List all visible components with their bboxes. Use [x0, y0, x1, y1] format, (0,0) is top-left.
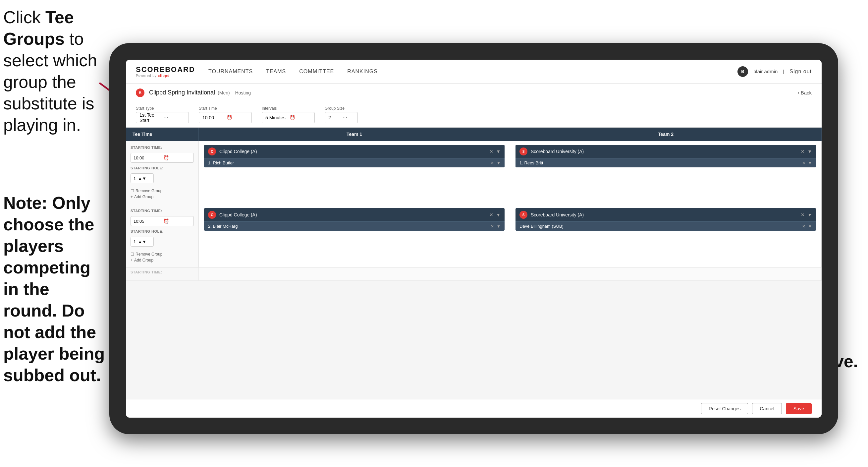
player-name-0-0: 1. Rich Butler [208, 160, 487, 166]
intervals-input[interactable]: 5 Minutes ⏰ [262, 112, 315, 123]
player2-actions-0-0: ✕ ▼ [802, 161, 812, 166]
time-clock-icon-0: ⏰ [163, 155, 191, 160]
team2-header-1: S Scoreboard University (A) ✕ ▼ [516, 208, 816, 222]
tournament-badge: (Men) [218, 90, 230, 95]
intervals-group: Intervals 5 Minutes ⏰ [262, 106, 315, 123]
col-team2: Team 2 [510, 127, 822, 141]
player2-row-0-0: 1. Rees Britt ✕ ▼ [516, 158, 816, 167]
player2-row-1-0: Dave Billingham (SUB) ✕ ▼ [516, 222, 816, 231]
starting-hole-input-1[interactable]: 1 ▲▼ [130, 237, 154, 246]
add-icon-0: + [130, 195, 133, 199]
start-type-group: Start Type 1st Tee Start ▲▼ [136, 106, 189, 123]
team2-close-icon-1[interactable]: ✕ [801, 212, 805, 217]
starting-hole-label-0: STARTING HOLE: [130, 166, 194, 170]
tournament-title: Clippd Spring Invitational [149, 89, 215, 96]
player2-chevron-icon-0-0[interactable]: ▼ [808, 161, 812, 166]
sign-out-link[interactable]: Sign out [789, 68, 812, 75]
remove-group-btn-1[interactable]: ☐ Remove Group [130, 252, 194, 257]
player2-close-icon-1-0[interactable]: ✕ [802, 224, 805, 229]
start-time-group: Start Time 10:00 ⏰ [199, 106, 252, 123]
start-time-input[interactable]: 10:00 ⏰ [199, 112, 252, 123]
user-name: blair admin [753, 68, 778, 74]
team2-col-1: S Scoreboard University (A) ✕ ▼ Dave Bil… [510, 204, 822, 267]
navbar: SCOREBOARD Powered by clippd TOURNAMENTS… [126, 60, 822, 84]
nav-tournaments[interactable]: TOURNAMENTS [208, 68, 253, 75]
player2-close-icon-0-0[interactable]: ✕ [802, 161, 805, 166]
remove-icon-0: ☐ [130, 188, 134, 193]
team1-col-partial [199, 267, 510, 281]
player-close-icon-0-0[interactable]: ✕ [491, 161, 494, 166]
back-button[interactable]: ‹ Back [798, 90, 812, 95]
table-header: Tee Time Team 1 Team 2 [126, 127, 822, 141]
player-close-icon-1-0[interactable]: ✕ [491, 224, 494, 229]
tee-actions-0: ☐ Remove Group + Add Group [130, 188, 194, 199]
starting-time-input-1[interactable]: 10:05 ⏰ [130, 216, 194, 226]
player-chevron-icon-0-0[interactable]: ▼ [497, 161, 501, 166]
team2-card-0: S Scoreboard University (A) ✕ ▼ 1. Rees … [516, 145, 816, 167]
remove-group-btn-0[interactable]: ☐ Remove Group [130, 188, 194, 193]
logo-powered: Powered by clippd [136, 74, 195, 78]
team1-chevron-icon-0[interactable]: ▼ [496, 149, 501, 154]
tee-groups-bold: Tee Groups [3, 8, 74, 49]
player-chevron-icon-1-0[interactable]: ▼ [497, 224, 501, 229]
group-size-group: Group Size 2 ▲▼ [325, 106, 358, 123]
team1-close-icon-1[interactable]: ✕ [489, 212, 493, 217]
hole-chevrons-1: ▲▼ [138, 239, 147, 244]
tablet-screen: SCOREBOARD Powered by clippd TOURNAMENTS… [126, 60, 822, 418]
tee-actions-1: ☐ Remove Group + Add Group [130, 252, 194, 263]
clock-icon: ⏰ [227, 115, 248, 120]
team1-card-1: C Clippd College (A) ✕ ▼ 2. Blair McHarg [204, 208, 504, 231]
start-type-input[interactable]: 1st Tee Start ▲▼ [136, 112, 189, 123]
tee-left-1: STARTING TIME: 10:05 ⏰ STARTING HOLE: 1 … [126, 204, 199, 267]
intervals-label: Intervals [262, 106, 315, 111]
cancel-button[interactable]: Cancel [752, 403, 782, 414]
team2-chevron-icon-1[interactable]: ▼ [807, 212, 812, 217]
nav-links: TOURNAMENTS TEAMS COMMITTEE RANKINGS [208, 68, 738, 75]
table-row-partial: STARTING TIME: [126, 267, 822, 281]
player-row-0-0: 1. Rich Butler ✕ ▼ [204, 158, 504, 167]
team1-close-icon-0[interactable]: ✕ [489, 149, 493, 154]
team1-header-1: C Clippd College (A) ✕ ▼ [204, 208, 504, 222]
nav-rankings[interactable]: RANKINGS [347, 68, 378, 75]
starting-hole-input-0[interactable]: 1 ▲▼ [130, 173, 154, 183]
hosting-label: Hosting [235, 90, 251, 95]
nav-separator: | [783, 68, 784, 74]
team2-name-1: Scoreboard University (A) [531, 212, 798, 217]
team2-header-0: S Scoreboard University (A) ✕ ▼ [516, 145, 816, 158]
team2-col-partial [510, 267, 822, 281]
time-clock-icon-1: ⏰ [163, 218, 191, 224]
team2-actions-0: ✕ ▼ [801, 149, 812, 154]
nav-teams[interactable]: TEAMS [266, 68, 286, 75]
starting-hole-label-1: STARTING HOLE: [130, 229, 194, 233]
starting-time-input-0[interactable]: 10:00 ⏰ [130, 153, 194, 163]
tee-left-0: STARTING TIME: 10:00 ⏰ STARTING HOLE: 1 … [126, 141, 199, 204]
instruction-top: Click Tee Groups to select which group t… [3, 7, 106, 136]
logo-block: SCOREBOARD Powered by clippd [136, 65, 195, 78]
instruction-bottom: Note: Only choose the players competing … [3, 192, 106, 386]
team1-col-0: C Clippd College (A) ✕ ▼ 1. Rich Butler [199, 141, 510, 204]
save-button[interactable]: Save [786, 403, 812, 414]
start-type-label: Start Type [136, 106, 189, 111]
group-size-label: Group Size [325, 106, 358, 111]
team1-name-1: Clippd College (A) [219, 212, 486, 217]
grid-container: Tee Time Team 1 Team 2 STARTING TIME: 10… [126, 127, 822, 418]
team1-name-0: Clippd College (A) [219, 149, 486, 154]
starting-time-label-0: STARTING TIME: [130, 146, 194, 149]
interval-clock-icon: ⏰ [289, 115, 311, 120]
team2-actions-1: ✕ ▼ [801, 212, 812, 217]
team2-chevron-icon-0[interactable]: ▼ [807, 149, 812, 154]
add-group-btn-1[interactable]: + Add Group [130, 258, 194, 263]
add-group-btn-0[interactable]: + Add Group [130, 195, 194, 199]
nav-right: B blair admin | Sign out [738, 66, 812, 77]
player2-chevron-icon-1-0[interactable]: ▼ [808, 224, 812, 229]
start-type-chevrons: ▲▼ [164, 116, 185, 119]
logo-scoreboard: SCOREBOARD [136, 65, 195, 74]
team1-chevron-icon-1[interactable]: ▼ [496, 212, 501, 217]
group-size-input[interactable]: 2 ▲▼ [325, 112, 358, 123]
nav-committee[interactable]: COMMITTEE [299, 68, 334, 75]
team2-close-icon-0[interactable]: ✕ [801, 149, 805, 154]
reset-changes-button[interactable]: Reset Changes [701, 403, 748, 414]
start-time-label: Start Time [199, 106, 252, 111]
player2-name-1-0: Dave Billingham (SUB) [520, 224, 799, 229]
tablet-frame: SCOREBOARD Powered by clippd TOURNAMENTS… [109, 43, 838, 434]
